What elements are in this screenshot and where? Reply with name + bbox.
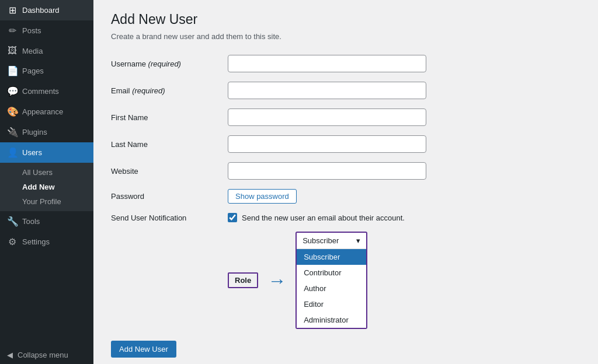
sidebar-item-label: Media	[22, 47, 43, 55]
role-section: Role → Subscriber ▾ Subscriber Contribut…	[111, 232, 580, 329]
sidebar-item-label: Appearance	[22, 107, 63, 116]
username-input[interactable]	[228, 55, 426, 72]
sidebar-item-dashboard[interactable]: ⊞ Dashboard	[0, 0, 93, 20]
website-label: Website	[111, 167, 228, 176]
pages-icon: 📄	[7, 65, 18, 76]
role-select-header[interactable]: Subscriber ▾	[297, 233, 366, 249]
role-option-administrator[interactable]: Administrator	[297, 312, 366, 328]
notification-label: Send User Notification	[111, 214, 228, 222]
sidebar-item-label: Dashboard	[22, 6, 60, 15]
sidebar-item-settings[interactable]: ⚙ Settings	[0, 232, 93, 252]
lastname-input[interactable]	[228, 135, 426, 153]
notification-content: Send the new user an email about their a…	[228, 213, 405, 222]
chevron-down-icon: ▾	[356, 236, 360, 245]
sidebar-item-label: Posts	[22, 26, 41, 35]
sidebar-item-tools[interactable]: 🔧 Tools	[0, 211, 93, 232]
sidebar-item-label: Pages	[22, 66, 44, 75]
sidebar-item-label: Tools	[22, 217, 40, 226]
sidebar-item-pages[interactable]: 📄 Pages	[0, 61, 93, 81]
password-row: Password Show password	[111, 189, 580, 204]
sidebar-item-media[interactable]: 🖼 Media	[0, 41, 93, 61]
notification-checkbox[interactable]	[228, 213, 237, 222]
role-arrow: →	[267, 271, 286, 290]
sidebar-item-label: Users	[22, 148, 42, 157]
username-row: Username (required)	[111, 55, 580, 72]
role-option-contributor[interactable]: Contributor	[297, 265, 366, 281]
email-row: Email (required)	[111, 82, 580, 99]
submenu-your-profile[interactable]: Your Profile	[0, 194, 93, 209]
sidebar-item-posts[interactable]: ✏ Posts	[0, 20, 93, 41]
sidebar-item-appearance[interactable]: 🎨 Appearance	[0, 102, 93, 122]
page-title: Add New User	[111, 12, 580, 27]
username-label: Username (required)	[111, 60, 228, 68]
website-row: Website	[111, 162, 580, 180]
posts-icon: ✏	[7, 25, 18, 36]
submit-row: Add New User	[111, 341, 580, 358]
role-options-list: Subscriber Contributor Author Editor Adm…	[297, 249, 366, 328]
sidebar-item-label: Settings	[22, 237, 50, 246]
email-input[interactable]	[228, 82, 426, 99]
role-option-subscriber[interactable]: Subscriber	[297, 249, 366, 265]
appearance-icon: 🎨	[7, 106, 18, 117]
sidebar-item-comments[interactable]: 💬 Comments	[0, 81, 93, 102]
role-controls: Role → Subscriber ▾ Subscriber Contribut…	[228, 232, 367, 329]
role-selected-value: Subscriber	[303, 236, 339, 245]
role-option-editor[interactable]: Editor	[297, 296, 366, 312]
firstname-label: First Name	[111, 113, 228, 122]
sidebar-item-label: Comments	[22, 87, 59, 96]
sidebar-item-label: Plugins	[22, 128, 47, 136]
main-content: Add New User Create a brand new user and…	[93, 0, 598, 364]
add-new-user-button[interactable]: Add New User	[111, 341, 176, 358]
show-password-button[interactable]: Show password	[228, 189, 297, 204]
collapse-menu[interactable]: ◀ Collapse menu	[0, 346, 93, 364]
sidebar: ⊞ Dashboard ✏ Posts 🖼 Media 📄 Pages 💬 Co…	[0, 0, 93, 364]
submenu-add-new[interactable]: Add New	[0, 180, 93, 194]
notification-text: Send the new user an email about their a…	[242, 214, 405, 222]
firstname-input[interactable]	[228, 108, 426, 126]
settings-icon: ⚙	[7, 236, 18, 247]
lastname-label: Last Name	[111, 140, 228, 149]
firstname-row: First Name	[111, 108, 580, 126]
comments-icon: 💬	[7, 86, 18, 97]
users-submenu: All Users Add New Your Profile	[0, 163, 93, 211]
media-icon: 🖼	[7, 46, 18, 56]
submenu-all-users[interactable]: All Users	[0, 165, 93, 180]
email-label: Email (required)	[111, 86, 228, 95]
collapse-icon: ◀	[7, 351, 13, 359]
dashboard-icon: ⊞	[7, 5, 18, 16]
users-icon: 👤	[7, 147, 18, 158]
role-label-box: Role	[228, 272, 258, 288]
website-input[interactable]	[228, 162, 426, 180]
notification-row: Send User Notification Send the new user…	[111, 213, 580, 222]
page-subtitle: Create a brand new user and add them to …	[111, 32, 580, 41]
sidebar-item-users[interactable]: 👤 Users	[0, 142, 93, 163]
plugins-icon: 🔌	[7, 127, 18, 138]
role-label-text	[111, 232, 228, 235]
sidebar-item-plugins[interactable]: 🔌 Plugins	[0, 122, 93, 142]
role-dropdown[interactable]: Subscriber ▾ Subscriber Contributor Auth…	[295, 232, 367, 329]
tools-icon: 🔧	[7, 216, 18, 227]
collapse-label: Collapse menu	[18, 351, 68, 359]
role-option-author[interactable]: Author	[297, 281, 366, 296]
lastname-row: Last Name	[111, 135, 580, 153]
password-label: Password	[111, 192, 228, 201]
